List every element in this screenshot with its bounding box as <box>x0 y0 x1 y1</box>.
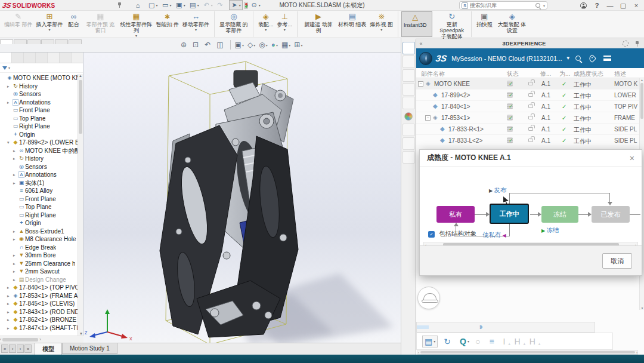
tree-item[interactable]: ▸ 2mm Sawcut <box>0 267 78 276</box>
tree-item[interactable]: ▸ Annotations <box>0 171 78 179</box>
expand-arrow-icon[interactable]: ▸ <box>13 267 18 276</box>
tree-item[interactable]: Sensors <box>0 163 78 171</box>
collapse-panel-icon[interactable]: « <box>416 41 426 47</box>
collapse-box-icon[interactable]: − <box>418 81 423 87</box>
home-icon[interactable]: ⌂ ▾ <box>133 1 145 10</box>
panel-horizontal-scrollbar[interactable]: ‹› <box>417 350 638 355</box>
view-orientation-icon[interactable]: ▣ ▾ <box>230 40 246 50</box>
expand-arrow-icon[interactable]: ▸ <box>13 179 18 187</box>
tree-item[interactable]: Sensors <box>0 90 78 99</box>
search-icon[interactable] <box>535 3 540 8</box>
insert-component-button[interactable]: I ▾ <box>503 337 509 346</box>
expand-arrow-icon[interactable]: ▸ <box>13 276 18 284</box>
tree-item[interactable]: ▸ 17-840<1> (TOP PIVO <box>0 284 78 292</box>
ribbon-button[interactable]: 插入零部件 ▾ <box>35 11 65 37</box>
help-icon[interactable]: ? <box>590 2 603 9</box>
expand-arrow-icon[interactable]: ▸ <box>13 147 18 155</box>
state-released[interactable]: 已发布 <box>592 206 630 223</box>
session-title[interactable]: MySession - NEMO Cloud (R1132101... <box>451 55 562 62</box>
17-833-L<2>[interactable]: − 17-833-L<2> A.1 ✓ 工作中 SIDE PL <box>416 135 644 146</box>
17-840<1>[interactable]: − 17-840<1> A.1 ✓ 工作中 TOP PIV <box>416 101 644 112</box>
expand-arrow-icon[interactable]: ▸ <box>7 308 12 316</box>
ribbon-button[interactable]: 显示隐藏 的零部件 ▾ <box>218 11 253 37</box>
ribbon-button[interactable]: Instant3D ▾ <box>401 11 432 37</box>
tree-item[interactable]: Front Plane <box>0 106 78 115</box>
tab-scroll-arrows[interactable]: «‹›» <box>1 344 32 353</box>
tree-item[interactable]: ▸ 30mm Bore <box>0 251 78 260</box>
expand-arrow-icon[interactable]: ▸ <box>13 235 18 244</box>
tree-item[interactable]: ▸ 17-853<1> (FRAME A <box>0 292 78 300</box>
ribbon-button[interactable]: 智能扣 件 ▾ <box>154 11 181 37</box>
tree-item[interactable]: ▾ 17-899<2> (LOWER B <box>0 139 78 147</box>
graphics-viewport[interactable]: X Z <box>83 53 401 343</box>
17-853<1>[interactable]: − 17-853<1> A.1 ✓ 工作中 FRAME <box>416 112 644 124</box>
tree-item[interactable]: ▸ 17-843<1> (ROD END <box>0 308 78 316</box>
dimxpertmanager-tab[interactable] <box>36 53 48 63</box>
close-app-icon[interactable]: × <box>630 2 643 9</box>
include-structure-option[interactable]: ✓ 包括结构对象 <box>420 229 642 239</box>
explore-search-button[interactable]: Q ▾ <box>460 337 469 346</box>
freeze-action[interactable]: ▶冻结 <box>541 226 559 235</box>
session-chevron-icon[interactable]: ▼ <box>566 56 571 61</box>
ribbon-button[interactable]: 新建运 动算例 ▾ <box>301 11 336 37</box>
previous-view-icon[interactable]: ↶ ▾ <box>203 40 215 50</box>
tab-model[interactable]: 模型 <box>35 343 62 356</box>
edit-appearance-icon[interactable]: ● ▾ <box>270 40 280 50</box>
state-frozen[interactable]: 冻结 <box>541 206 578 223</box>
ribbon-button[interactable]: 配合 ▾ <box>65 11 83 37</box>
threedexperience-compass-icon[interactable] <box>419 52 432 65</box>
filter-dropdown-icon[interactable]: ▾ <box>8 66 10 70</box>
expand-arrow-icon[interactable]: ▸ <box>7 316 12 324</box>
lifecycle-traffic-icon[interactable]: ▾ <box>244 2 248 9</box>
ribbon-button[interactable]: 更新 Speedpak 子装配体 ▾ <box>436 11 472 37</box>
open-3dspace-button[interactable]: ○ ▾ <box>475 337 483 346</box>
tree-item[interactable]: ▸ History <box>0 82 78 91</box>
structure-list-button[interactable]: ≡ ▾ <box>489 337 497 346</box>
state-in-work[interactable]: 工作中 <box>490 204 529 224</box>
replace-structure-button[interactable]: H ▾ <box>530 337 538 346</box>
file-explorer-tab[interactable] <box>402 83 415 96</box>
minimize-app-icon[interactable]: — <box>603 2 617 9</box>
print-icon[interactable]: ▤ ▾ <box>188 1 200 10</box>
command-tab[interactable] <box>55 39 68 44</box>
tabs-chevron-icon[interactable]: ❥ <box>479 324 484 330</box>
tree-item[interactable]: ▸ Design Change <box>0 276 78 284</box>
tab-motion-study[interactable]: Motion Study 1 <box>62 343 117 354</box>
section-view-icon[interactable]: ◫ ▾ <box>215 40 227 50</box>
ribbon-button[interactable]: 拍快照 ▾ <box>475 11 494 37</box>
refresh-from-platform-button[interactable]: ↻ ▾ <box>444 337 454 346</box>
tree-item[interactable]: 6061 Alloy <box>0 187 78 195</box>
ribbon-button[interactable]: 零部件预 览窗口 ▾ <box>83 11 119 37</box>
menu-item[interactable] <box>64 4 72 7</box>
panel-tab[interactable] <box>441 325 453 329</box>
expand-arrow-icon[interactable]: ▸ <box>7 284 12 292</box>
tree-item[interactable]: Right Plane <box>0 122 78 131</box>
configurationmanager-tab[interactable] <box>24 53 36 63</box>
tree-item[interactable]: ▸ History <box>0 155 78 163</box>
expand-arrow-icon[interactable]: ▸ <box>13 227 18 236</box>
design-library-tab[interactable] <box>402 69 415 82</box>
17-899<2>[interactable]: − 17-899<2> A.1 ✓ 工作中 LOWER <box>416 90 644 101</box>
ribbon-button[interactable]: 移动零部件 ▾ <box>181 11 215 37</box>
custom-properties-tab[interactable] <box>402 124 415 136</box>
panel-tab[interactable] <box>429 325 441 329</box>
tree-item[interactable]: Top Plane <box>0 115 78 123</box>
menu-item[interactable] <box>72 4 80 7</box>
command-tab[interactable] <box>69 39 82 44</box>
tag-icon[interactable] <box>588 54 596 62</box>
ribbon-button[interactable]: 装配... ▾ <box>256 11 275 37</box>
tree-item[interactable]: ▸ M8 Clearance Hole <box>0 235 78 244</box>
expand-arrow-icon[interactable]: ▸ <box>7 99 12 107</box>
ribbon-button[interactable]: 参考... ▾ <box>275 11 298 37</box>
new-structure-button[interactable]: H ▾ <box>514 337 523 346</box>
checkbox-checked-icon[interactable]: ✓ <box>428 231 435 238</box>
tree-item[interactable]: ▸ 17-862<1> (BRONZE I <box>0 316 78 324</box>
redo-icon[interactable]: ↷ ▾ <box>215 1 228 10</box>
tree-item[interactable]: ▸ 17-847<1> (SHAFT-TI <box>0 324 78 333</box>
hide-show-items-icon[interactable]: ◎ ▾ <box>257 40 270 50</box>
expand-arrow-icon[interactable]: ▸ <box>7 324 12 333</box>
command-tab[interactable] <box>0 39 13 44</box>
panel-pin-icon[interactable] <box>635 41 640 47</box>
settings-tab[interactable] <box>402 151 415 164</box>
tree-vertical-scrollbar[interactable]: ▲▼ <box>78 74 83 336</box>
